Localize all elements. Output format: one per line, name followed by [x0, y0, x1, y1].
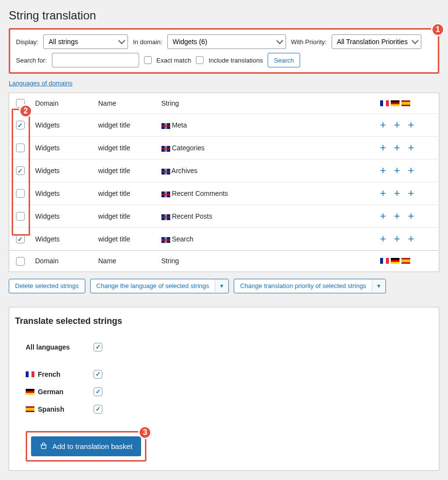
col-string-foot[interactable]: String: [158, 251, 376, 272]
flag-gb-icon: [161, 237, 170, 243]
row-checkbox[interactable]: [16, 235, 25, 243]
search-input[interactable]: [52, 53, 139, 67]
cell-domain: Widgets: [32, 114, 95, 137]
cell-name: widget title: [95, 228, 158, 251]
table-row: Widgetswidget title Recent Comments+++: [9, 182, 439, 205]
all-languages-label: All languages: [26, 343, 89, 351]
cell-string: Archives: [158, 160, 376, 182]
plus-icon[interactable]: +: [380, 211, 386, 222]
plus-icon[interactable]: +: [408, 165, 414, 176]
include-translations-checkbox[interactable]: [196, 56, 204, 64]
languages-of-domains-link[interactable]: Languages of domains: [9, 80, 73, 87]
search-button[interactable]: Search: [268, 53, 300, 67]
table-row: Widgetswidget title Search+++: [9, 228, 439, 251]
cell-name: widget title: [95, 137, 158, 160]
exact-match-label: Exact match: [157, 57, 192, 64]
plus-icon[interactable]: +: [394, 120, 400, 130]
plus-icon[interactable]: +: [380, 143, 386, 153]
table-row: Widgetswidget title Categories+++: [9, 137, 439, 160]
domain-label: In domain:: [133, 38, 162, 46]
add-translation-icons: +++: [380, 211, 435, 222]
select-all-bottom-checkbox[interactable]: [16, 257, 25, 266]
search-label: Search for:: [16, 57, 47, 64]
header-flags: [380, 100, 435, 106]
language-checkbox[interactable]: [94, 387, 102, 396]
flag-gb-icon: [161, 169, 170, 175]
change-language-button[interactable]: Change the language of selected strings▾: [90, 279, 229, 293]
add-to-basket-button[interactable]: Add to translation basket: [31, 436, 141, 456]
plus-icon[interactable]: +: [394, 143, 400, 153]
flag-gb-icon: [161, 214, 170, 220]
change-priority-button[interactable]: Change translation priority of selected …: [234, 279, 386, 293]
flag-de-icon: [391, 100, 400, 106]
cell-string: Search: [158, 228, 376, 251]
display-label: Display:: [16, 38, 38, 46]
cell-domain: Widgets: [32, 182, 95, 205]
all-languages-checkbox[interactable]: [94, 343, 102, 352]
add-translation-icons: +++: [380, 188, 435, 199]
display-select[interactable]: All strings: [43, 34, 128, 49]
plus-icon[interactable]: +: [394, 211, 400, 222]
page-title: String translation: [9, 9, 439, 22]
flag-es-icon: [401, 258, 410, 264]
delete-selected-button[interactable]: Delete selected strings: [9, 279, 85, 293]
cell-string: Recent Posts: [158, 205, 376, 228]
flag-gb-icon: [161, 192, 170, 197]
plus-icon[interactable]: +: [394, 165, 400, 176]
plus-icon[interactable]: +: [380, 188, 386, 199]
language-checkbox[interactable]: [94, 405, 102, 414]
col-name-foot[interactable]: Name: [95, 251, 158, 272]
annotation-2-outline: [12, 109, 30, 236]
language-row: Spanish: [26, 405, 422, 414]
cell-domain: Widgets: [32, 205, 95, 228]
col-domain-foot[interactable]: Domain: [32, 251, 95, 272]
cell-name: widget title: [95, 114, 158, 137]
add-translation-icons: +++: [380, 120, 435, 130]
plus-icon[interactable]: +: [408, 188, 414, 199]
priority-label: With Priority:: [291, 38, 327, 46]
cell-name: widget title: [95, 205, 158, 228]
footer-flags: [380, 258, 435, 264]
col-name[interactable]: Name: [95, 93, 158, 114]
cell-string: Meta: [158, 114, 376, 137]
cell-domain: Widgets: [32, 228, 95, 251]
annotation-3: 3: [138, 426, 152, 439]
cell-domain: Widgets: [32, 160, 95, 182]
flag-gb-icon: [161, 123, 170, 129]
language-checkbox[interactable]: [94, 370, 102, 379]
flag-gb-icon: [161, 146, 170, 152]
flag-de-icon: [26, 389, 34, 395]
language-label: German: [26, 388, 89, 396]
domain-select[interactable]: Widgets (6): [167, 34, 286, 49]
strings-table: Domain Name String Widgetswidget title M…: [9, 93, 439, 272]
plus-icon[interactable]: +: [408, 211, 414, 222]
priority-select[interactable]: All Translation Priorities: [332, 34, 421, 49]
plus-icon[interactable]: +: [408, 143, 414, 153]
plus-icon[interactable]: +: [380, 234, 386, 244]
translate-panel-title: Translate selected strings: [15, 316, 433, 326]
cell-string: Recent Comments: [158, 182, 376, 205]
cell-name: widget title: [95, 182, 158, 205]
flag-fr-icon: [380, 100, 389, 106]
cell-name: widget title: [95, 160, 158, 182]
basket-icon: [40, 442, 48, 450]
chevron-down-icon: ▾: [372, 279, 385, 292]
plus-icon[interactable]: +: [408, 234, 414, 244]
plus-icon[interactable]: +: [380, 165, 386, 176]
plus-icon[interactable]: +: [394, 234, 400, 244]
col-domain[interactable]: Domain: [32, 93, 95, 114]
cell-domain: Widgets: [32, 137, 95, 160]
annotation-1: 1: [431, 23, 445, 36]
add-translation-icons: +++: [380, 143, 435, 153]
plus-icon[interactable]: +: [408, 120, 414, 130]
col-string[interactable]: String: [158, 93, 376, 114]
flag-fr-icon: [380, 258, 389, 264]
translate-panel: Translate selected strings All languages…: [9, 307, 439, 471]
plus-icon[interactable]: +: [380, 120, 386, 130]
flag-es-icon: [401, 100, 410, 106]
plus-icon[interactable]: +: [394, 188, 400, 199]
exact-match-checkbox[interactable]: [144, 56, 152, 64]
filter-panel: 1 Display: All strings In domain: Widget…: [9, 28, 439, 74]
language-row: French: [26, 370, 422, 379]
language-row: German: [26, 387, 422, 396]
